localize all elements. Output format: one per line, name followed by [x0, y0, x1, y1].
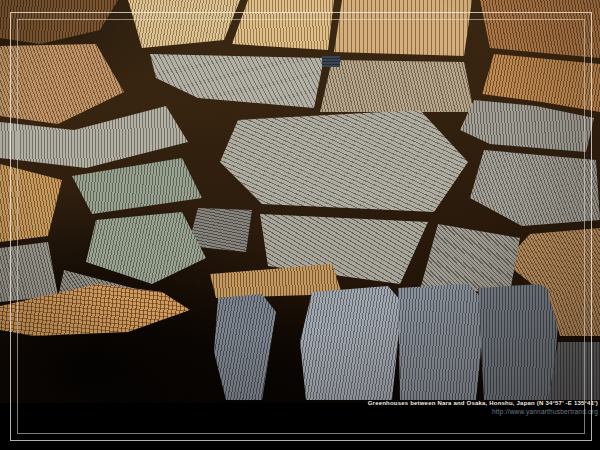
wallpaper: Greenhouses between Nara and Osaka, Hons…	[0, 0, 600, 450]
aerial-photo-greenhouses	[0, 0, 600, 403]
caption-url: http://www.yannarthusbertrand.org	[368, 408, 598, 415]
photo-caption: Greenhouses between Nara and Osaka, Hons…	[368, 400, 598, 415]
caption-title: Greenhouses between Nara and Osaka, Hons…	[368, 400, 598, 407]
